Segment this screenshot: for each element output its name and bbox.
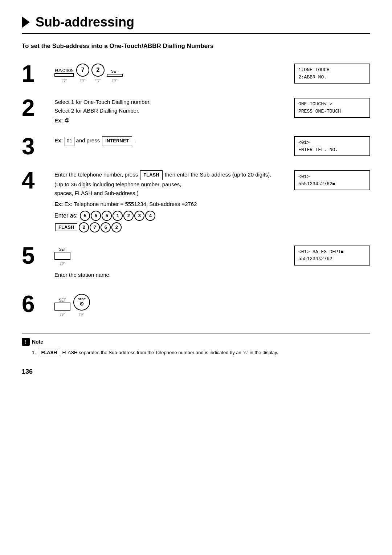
step-1-screen: 1:ONE-TOUCH 2:ABBR NO. — [294, 61, 370, 84]
step-3-content: Ex: 01 and press INTERNET . — [51, 133, 287, 148]
set-key-6[interactable] — [54, 303, 70, 311]
step-2-line1: Select 1 for One-Touch Dialling number. — [54, 99, 151, 105]
note-section: ! Note 1. FLASH FLASH separates the Sub-… — [22, 333, 370, 357]
step-6-number: 6 — [22, 291, 51, 316]
set-key-6-group: SET ☞ — [54, 298, 70, 319]
key-2a[interactable]: 2 — [123, 211, 134, 221]
set-key-5-group: SET ☞ — [54, 247, 70, 268]
key-5a[interactable]: 5 — [80, 211, 90, 221]
stop-button[interactable]: STOP ⊙ — [73, 294, 90, 311]
hand-4-icon: ☞ — [112, 77, 118, 85]
flash-button-inline[interactable]: FLASH — [140, 170, 162, 180]
step-4-lcd: <01> 5551234s2762■ — [294, 170, 370, 190]
flash-button-2[interactable]: FLASH — [55, 223, 77, 231]
key-2[interactable]: 2 — [91, 64, 105, 77]
hand-7-icon: ☞ — [79, 311, 85, 319]
step-5: 5 SET ☞ Enter the station name. <01> SAL… — [22, 243, 370, 281]
step-2-ex: Ex: ① — [54, 117, 287, 124]
hand-5-icon: ☞ — [60, 260, 65, 268]
step-1-content: FUNCTION ☞ 7 ☞ 2 — [51, 61, 287, 85]
step-1-lcd: 1:ONE-TOUCH 2:ABBR NO. — [294, 64, 370, 84]
step-1-keys: FUNCTION ☞ 7 ☞ 2 — [54, 64, 287, 85]
step-4-ex-tel-text: Ex: Telephone number = 5551234, Sub-addr… — [65, 201, 197, 207]
step-2: 2 Select 1 for One-Touch Dialling number… — [22, 95, 370, 124]
set-key-1[interactable] — [107, 74, 123, 77]
note-text: 1. FLASH FLASH separates the Sub-address… — [22, 348, 370, 357]
step-2-ex-label: Ex: ① — [54, 117, 69, 123]
function-label: FUNCTION — [55, 69, 74, 73]
step-4-number: 4 — [22, 167, 51, 192]
step-2-number: 2 — [22, 95, 51, 119]
note-icon: ! — [22, 338, 30, 346]
step-5-screen: <01> SALES DEPT■ 5551234s2762 — [294, 243, 370, 266]
step-5-number: 5 — [22, 243, 51, 267]
subtitle: To set the Sub-address into a One-Touch/… — [22, 42, 370, 50]
step-3-number: 3 — [22, 133, 51, 158]
internet-button[interactable]: INTERNET — [102, 136, 132, 146]
function-key-group: FUNCTION ☞ — [54, 69, 74, 85]
step-1-lcd-line1: 1:ONE-TOUCH — [298, 66, 366, 74]
step-2-lcd-line1: ONE-TOUCH< > — [298, 101, 366, 108]
step-1: 1 FUNCTION ☞ 7 ☞ — [22, 61, 370, 85]
step-2-lcd: ONE-TOUCH< > PRESS ONE-TOUCH — [294, 98, 370, 118]
key-1[interactable]: 1 — [113, 211, 123, 221]
step-2-screen: ONE-TOUCH< > PRESS ONE-TOUCH — [294, 95, 370, 118]
step-1-lcd-line2: 2:ABBR NO. — [298, 74, 366, 81]
set-label-1: SET — [111, 69, 118, 73]
step-5-lcd-line1: <01> SALES DEPT■ — [298, 248, 366, 256]
key-2c[interactable]: 2 — [111, 222, 122, 232]
step-1-number: 1 — [22, 61, 51, 85]
key-7-group: 7 ☞ — [76, 64, 89, 85]
key-7[interactable]: 7 — [76, 64, 89, 77]
note-label: Note — [32, 339, 43, 345]
step-4-lcd-line2: 5551234s2762■ — [298, 181, 366, 188]
step-4-enter-row: Enter as: 5 5 5 1 2 3 4 — [54, 211, 287, 221]
step-3-lcd: <01> ENTER TEL. NO. — [294, 136, 370, 156]
key-5b[interactable]: 5 — [91, 211, 101, 221]
step-3-inline-01: 01 — [65, 137, 75, 146]
step-3-lcd-line1: <01> — [298, 139, 366, 146]
hand-2-icon: ☞ — [80, 77, 86, 85]
key-6[interactable]: 6 — [101, 222, 111, 232]
step-2-content: Select 1 for One-Touch Dialling number. … — [51, 95, 287, 124]
steps-container: 1 FUNCTION ☞ 7 ☞ — [22, 61, 370, 322]
hand-6-icon: ☞ — [60, 311, 65, 319]
step-4-flash-row: FLASH 2 7 6 2 — [54, 222, 287, 232]
note-item-1: FLASH separates the Sub-address from the… — [62, 350, 278, 355]
step-3-screen: <01> ENTER TEL. NO. — [294, 133, 370, 156]
step-6-keys: SET ☞ STOP ⊙ ☞ — [54, 294, 287, 319]
step-4: 4 Enter the telephone number, press FLAS… — [22, 167, 370, 233]
step-5-content: SET ☞ Enter the station name. — [51, 243, 287, 281]
title-arrow-icon — [22, 16, 30, 28]
step-3: 3 Ex: 01 and press INTERNET . <01> ENTER… — [22, 133, 370, 158]
title-text: Sub-addressing — [36, 15, 134, 30]
page-title: Sub-addressing — [22, 15, 370, 34]
key-5c[interactable]: 5 — [102, 211, 112, 221]
step-4-screen: <01> 5551234s2762■ — [294, 167, 370, 190]
step-4-text: Enter the telephone number, press FLASH … — [54, 170, 287, 198]
function-key[interactable] — [54, 73, 74, 77]
step-3-period: . — [135, 137, 136, 143]
set-label-5: SET — [59, 247, 66, 251]
step-3-ex-row: Ex: 01 and press INTERNET . — [54, 136, 287, 146]
key-2b[interactable]: 2 — [79, 222, 89, 232]
step-3-and-press: and press — [76, 137, 101, 143]
key-3[interactable]: 3 — [134, 211, 144, 221]
key-4[interactable]: 4 — [145, 211, 155, 221]
flash-button-note: FLASH — [38, 348, 60, 357]
stop-key-group: STOP ⊙ ☞ — [73, 294, 90, 319]
set-key-5[interactable] — [54, 252, 70, 260]
enter-as-label: Enter as: — [54, 212, 79, 219]
set-label-6: SET — [59, 298, 66, 302]
hand-3-icon: ☞ — [95, 77, 101, 85]
step-5-lcd-line2: 5551234s2762 — [298, 255, 366, 263]
step-2-line2: Select 2 for ABBR Dialling Number. — [54, 108, 139, 114]
key-7a[interactable]: 7 — [90, 222, 100, 232]
step-5-text-content: Enter the station name. — [54, 272, 111, 278]
step-3-ex-label: Ex: — [54, 137, 65, 143]
note-title: ! Note — [22, 338, 370, 346]
page-number: 136 — [22, 368, 370, 376]
step-3-lcd-line2: ENTER TEL. NO. — [298, 146, 366, 154]
step-5-text: Enter the station name. — [54, 271, 287, 279]
step-4-lcd-line1: <01> — [298, 173, 366, 181]
